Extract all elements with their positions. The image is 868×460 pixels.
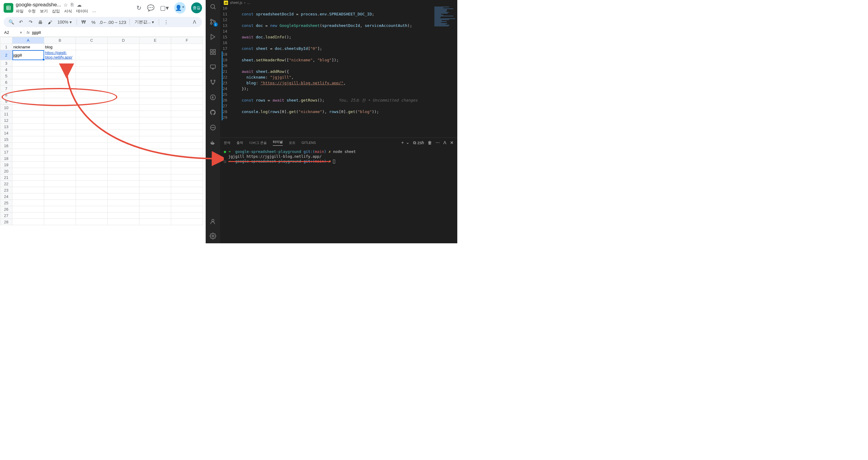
remote-icon[interactable] [209, 63, 217, 71]
cell[interactable] [44, 92, 76, 98]
cell[interactable] [108, 149, 140, 155]
row-header[interactable]: 8 [0, 92, 12, 98]
share-button[interactable]: 👤⁺ [174, 2, 186, 13]
cell[interactable] [12, 149, 44, 155]
row-header[interactable]: 19 [0, 162, 12, 168]
cell[interactable] [140, 162, 171, 168]
column-header[interactable]: D [108, 37, 140, 44]
cell[interactable] [12, 174, 44, 181]
cell[interactable] [44, 105, 76, 111]
cell[interactable] [12, 143, 44, 149]
cell[interactable] [76, 206, 108, 212]
cell[interactable] [76, 193, 108, 200]
cell[interactable] [12, 136, 44, 143]
cell[interactable] [44, 86, 76, 92]
cell[interactable] [12, 181, 44, 187]
cell[interactable] [140, 143, 171, 149]
cell[interactable] [108, 105, 140, 111]
cell[interactable] [76, 143, 108, 149]
menu-item[interactable]: 수정 [28, 8, 36, 14]
cell[interactable]: https://jgjgill-blog.netlify.app/ [44, 50, 76, 60]
column-header[interactable]: F [171, 37, 203, 44]
cell[interactable] [76, 212, 108, 219]
cell[interactable] [108, 212, 140, 219]
row-header[interactable]: 14 [0, 130, 12, 136]
thunder-icon[interactable] [209, 93, 217, 102]
cell[interactable] [140, 149, 171, 155]
row-header[interactable]: 4 [0, 66, 12, 73]
cell[interactable] [171, 44, 203, 50]
maximize-panel-icon[interactable]: ᐱ [443, 140, 446, 145]
cell[interactable] [108, 111, 140, 117]
cell[interactable] [171, 92, 203, 98]
cell[interactable] [108, 181, 140, 187]
formula-input[interactable]: jgjgill [32, 30, 41, 35]
column-header[interactable]: B [44, 37, 76, 44]
row-header[interactable]: 18 [0, 155, 12, 162]
cell[interactable] [140, 86, 171, 92]
cell[interactable] [108, 200, 140, 206]
print-icon[interactable]: 🖶 [36, 18, 44, 26]
menu-item[interactable]: 데이터 [76, 8, 88, 14]
cell[interactable] [171, 124, 203, 130]
cell[interactable] [12, 111, 44, 117]
cell[interactable] [171, 155, 203, 162]
cell[interactable] [12, 168, 44, 174]
row-header[interactable]: 10 [0, 105, 12, 111]
cell[interactable] [76, 130, 108, 136]
star-icon[interactable]: ☆ [63, 2, 68, 8]
cell[interactable] [171, 98, 203, 105]
cell[interactable] [171, 200, 203, 206]
column-header[interactable]: A [12, 37, 44, 44]
settings-icon[interactable] [209, 232, 217, 240]
row-header[interactable]: 22 [0, 181, 12, 187]
row-header[interactable]: 6 [0, 79, 12, 86]
cell[interactable] [76, 181, 108, 187]
panel-tab[interactable]: 출력 [237, 140, 243, 145]
cell[interactable] [44, 187, 76, 193]
cell[interactable] [76, 168, 108, 174]
account-icon[interactable] [209, 217, 217, 226]
cell[interactable] [108, 187, 140, 193]
cell[interactable] [171, 136, 203, 143]
menu-item[interactable]: … [92, 8, 96, 14]
move-icon[interactable]: ⎘ [71, 2, 74, 8]
trash-icon[interactable]: 🗑 [428, 140, 432, 145]
panel-tab[interactable]: 터미널 [273, 140, 283, 146]
cell[interactable] [108, 143, 140, 149]
cell[interactable] [44, 181, 76, 187]
cell[interactable] [76, 44, 108, 50]
cell[interactable] [171, 73, 203, 79]
row-header[interactable]: 7 [0, 86, 12, 92]
cell[interactable] [140, 136, 171, 143]
cell[interactable] [12, 187, 44, 193]
cell[interactable] [12, 155, 44, 162]
cell[interactable] [108, 50, 140, 60]
cell[interactable] [171, 149, 203, 155]
cell[interactable] [44, 66, 76, 73]
cell[interactable] [140, 73, 171, 79]
cell[interactable] [108, 136, 140, 143]
cell[interactable] [171, 206, 203, 212]
row-header[interactable]: 12 [0, 117, 12, 124]
cell[interactable] [44, 73, 76, 79]
cell[interactable] [140, 174, 171, 181]
menu-item[interactable]: 삽입 [52, 8, 60, 14]
comment-icon[interactable]: 💬 [147, 4, 155, 11]
cell[interactable] [12, 79, 44, 86]
cell[interactable] [44, 143, 76, 149]
row-header[interactable]: 17 [0, 149, 12, 155]
search-icon[interactable] [209, 2, 217, 11]
panel-tab[interactable]: 문제 [224, 140, 230, 145]
cell[interactable] [108, 174, 140, 181]
cell[interactable] [171, 66, 203, 73]
decrease-decimal-icon[interactable]: .0← [99, 18, 107, 26]
cell[interactable] [44, 60, 76, 66]
increase-decimal-icon[interactable]: .00→ [109, 18, 117, 26]
more-formats-icon[interactable]: 123 [119, 18, 126, 26]
spreadsheet-grid[interactable]: ABCDEF1nicknameblog2jgjgillhttps://jgjgi… [0, 37, 206, 243]
cell[interactable] [140, 44, 171, 50]
cell[interactable]: jgjgill [12, 50, 44, 60]
cell[interactable] [171, 168, 203, 174]
row-header[interactable]: 5 [0, 73, 12, 79]
